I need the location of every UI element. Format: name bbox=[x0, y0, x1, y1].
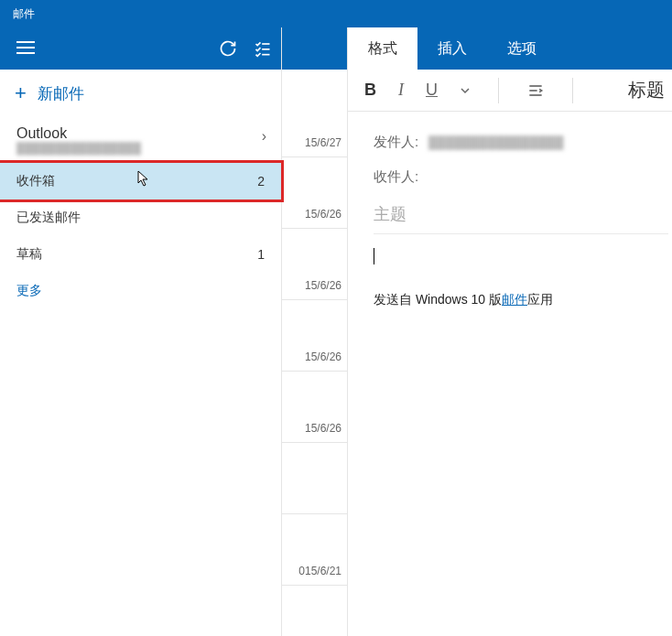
format-toolbar: B I U 标题 bbox=[348, 70, 672, 112]
folder-count: 2 bbox=[257, 174, 265, 189]
subject-placeholder: 主题 bbox=[374, 203, 406, 225]
message-item[interactable]: 015/6/21 bbox=[282, 514, 347, 586]
tab-label: 选项 bbox=[507, 39, 537, 59]
account-row[interactable]: Outlook ████████████████ › bbox=[0, 117, 281, 163]
chevron-right-icon: › bbox=[262, 128, 266, 145]
folder-label: 已发送邮件 bbox=[16, 210, 81, 226]
toolbar-divider bbox=[498, 78, 499, 103]
signature-prefix: 发送自 Windows 10 版 bbox=[374, 292, 502, 307]
italic-button[interactable]: I bbox=[398, 81, 404, 100]
checklist-icon[interactable] bbox=[254, 39, 272, 58]
bold-button[interactable]: B bbox=[364, 81, 376, 100]
folder-more-label: 更多 bbox=[16, 283, 42, 299]
tab-label: 格式 bbox=[368, 39, 397, 59]
message-date: 15/6/26 bbox=[305, 422, 341, 435]
new-mail-button[interactable]: + 新邮件 bbox=[0, 70, 281, 117]
to-label: 收件人: bbox=[374, 168, 428, 186]
subject-field[interactable]: 主题 bbox=[374, 194, 668, 234]
indent-icon[interactable] bbox=[526, 81, 545, 100]
message-item[interactable]: 15/6/26 bbox=[282, 229, 347, 300]
message-item[interactable]: 15/6/26 bbox=[282, 372, 347, 443]
sidebar: + 新邮件 Outlook ████████████████ › 收件箱 2 bbox=[0, 27, 282, 636]
message-item[interactable]: 15/6/26 bbox=[282, 300, 347, 372]
message-date: 15/6/26 bbox=[305, 208, 341, 221]
text-cursor bbox=[374, 248, 374, 264]
folder-count: 1 bbox=[257, 247, 265, 262]
from-value: ████████████████ bbox=[428, 135, 563, 149]
tab-format[interactable]: 格式 bbox=[348, 27, 417, 70]
signature-suffix: 应用 bbox=[527, 292, 553, 307]
compose-panel: 格式 插入 选项 B I U 标题 bbox=[348, 27, 672, 636]
tab-label: 插入 bbox=[438, 39, 467, 59]
message-list-header bbox=[282, 27, 347, 70]
folder-sent[interactable]: 已发送邮件 bbox=[0, 199, 281, 236]
folder-drafts[interactable]: 草稿 1 bbox=[0, 236, 281, 273]
compose-fields: 发件人: ████████████████ 收件人: 主题 bbox=[348, 112, 672, 234]
signature: 发送自 Windows 10 版邮件应用 bbox=[374, 292, 654, 308]
account-email: ████████████████ bbox=[16, 142, 265, 155]
folder-more[interactable]: 更多 bbox=[0, 273, 281, 309]
message-list: 15/6/27 15/6/26 15/6/26 15/6/26 15/6/26 … bbox=[282, 27, 348, 636]
folder-list: 收件箱 2 已发送邮件 草稿 1 更多 bbox=[0, 163, 281, 309]
folder-label: 草稿 bbox=[16, 246, 42, 263]
message-date: 15/6/26 bbox=[305, 279, 341, 292]
hamburger-icon[interactable] bbox=[16, 41, 35, 56]
tab-options[interactable]: 选项 bbox=[487, 27, 557, 70]
plus-icon: + bbox=[15, 81, 27, 105]
new-mail-label: 新邮件 bbox=[38, 83, 84, 104]
message-date: 15/6/26 bbox=[305, 350, 341, 363]
folder-label: 收件箱 bbox=[16, 173, 55, 189]
from-label: 发件人: bbox=[374, 134, 428, 151]
sync-icon[interactable] bbox=[219, 39, 237, 58]
font-dropdown-icon[interactable] bbox=[460, 85, 471, 96]
app-title: 邮件 bbox=[13, 6, 35, 22]
folder-inbox[interactable]: 收件箱 2 bbox=[0, 163, 281, 199]
heading-button[interactable]: 标题 bbox=[628, 78, 672, 102]
toolbar-divider bbox=[572, 78, 573, 103]
compose-tabs: 格式 插入 选项 bbox=[348, 27, 672, 70]
signature-link[interactable]: 邮件 bbox=[502, 292, 527, 307]
compose-body[interactable]: 发送自 Windows 10 版邮件应用 bbox=[348, 234, 672, 308]
message-date: 015/6/21 bbox=[298, 565, 341, 577]
from-field[interactable]: 发件人: ████████████████ bbox=[374, 124, 670, 159]
title-bar: 邮件 bbox=[0, 0, 672, 27]
underline-button[interactable]: U bbox=[426, 81, 438, 100]
sidebar-header bbox=[0, 27, 281, 70]
message-date: 15/6/27 bbox=[305, 136, 341, 149]
message-item[interactable]: 15/6/27 bbox=[282, 70, 347, 157]
message-item[interactable] bbox=[282, 443, 347, 514]
message-item[interactable]: 15/6/26 bbox=[282, 157, 347, 229]
cursor-icon bbox=[137, 170, 152, 189]
to-field[interactable]: 收件人: bbox=[374, 159, 670, 194]
account-name: Outlook bbox=[16, 125, 265, 142]
tab-insert[interactable]: 插入 bbox=[417, 27, 487, 70]
